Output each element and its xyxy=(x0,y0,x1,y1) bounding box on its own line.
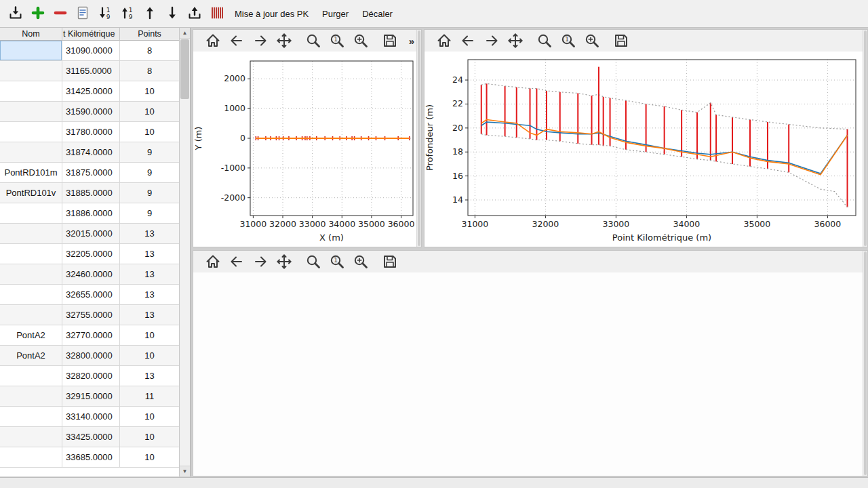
sort-desc-button[interactable]: 19 xyxy=(116,2,138,25)
cell-points[interactable]: 10 xyxy=(120,81,180,102)
plan-panel-scrollbar[interactable] xyxy=(416,30,421,247)
cell-nom[interactable]: PontRD101m xyxy=(0,163,62,183)
cell-points[interactable]: 10 xyxy=(120,447,180,468)
cell-pk[interactable]: 32755.0000 xyxy=(62,305,120,325)
scroll-up-icon[interactable]: ▲ xyxy=(180,28,190,39)
zoom-button[interactable] xyxy=(304,32,321,49)
cell-nom[interactable] xyxy=(0,244,62,264)
move-up-button[interactable] xyxy=(138,2,161,25)
cell-points[interactable]: 13 xyxy=(120,366,180,386)
cell-points[interactable]: 8 xyxy=(120,61,180,81)
home-button[interactable] xyxy=(435,32,452,49)
cell-pk[interactable]: 32800.0000 xyxy=(62,346,120,366)
cell-nom[interactable] xyxy=(0,427,62,447)
save-button[interactable] xyxy=(380,253,398,270)
cell-pk[interactable]: 31590.0000 xyxy=(62,102,120,122)
cell-nom[interactable]: PontRD101v xyxy=(0,183,62,203)
column-header-pk[interactable]: t Kilométrique xyxy=(62,28,120,41)
cell-points[interactable]: 11 xyxy=(120,386,180,407)
import-button[interactable] xyxy=(4,2,26,25)
cell-nom[interactable]: PontA2 xyxy=(0,325,62,346)
table-scrollbar[interactable]: ▲ ▼ xyxy=(179,28,190,476)
cell-pk[interactable]: 32915.0000 xyxy=(62,386,120,407)
cell-nom[interactable] xyxy=(0,224,62,244)
cell-pk[interactable]: 32770.0000 xyxy=(62,325,120,346)
pan-button[interactable] xyxy=(275,32,292,49)
toolbar-extension-button[interactable]: » xyxy=(409,35,414,47)
cell-nom[interactable] xyxy=(0,122,62,142)
cell-points[interactable]: 9 xyxy=(120,142,180,163)
cell-nom[interactable] xyxy=(0,102,62,122)
cell-pk[interactable]: 32460.0000 xyxy=(62,264,120,285)
cell-nom[interactable] xyxy=(0,386,62,407)
cell-nom[interactable] xyxy=(0,366,62,386)
cell-pk[interactable]: 31090.0000 xyxy=(62,41,120,61)
cell-pk[interactable]: 31874.0000 xyxy=(62,142,120,163)
cell-nom[interactable] xyxy=(0,305,62,325)
cell-points[interactable]: 9 xyxy=(120,183,180,203)
plan-chart[interactable]: 310003200033000340003500036000-2000-1000… xyxy=(193,52,417,247)
zoom-one-button[interactable]: 1 xyxy=(328,32,345,49)
home-button[interactable] xyxy=(203,253,221,270)
cell-nom[interactable] xyxy=(0,81,62,102)
shift-button[interactable]: Décaler xyxy=(355,2,399,25)
zoom-button[interactable] xyxy=(304,253,321,270)
cell-points[interactable]: 10 xyxy=(120,407,180,427)
back-button[interactable] xyxy=(227,253,245,270)
cell-points[interactable]: 13 xyxy=(120,305,180,325)
cell-points[interactable]: 9 xyxy=(120,163,180,183)
cell-pk[interactable]: 31885.0000 xyxy=(62,183,120,203)
back-button[interactable] xyxy=(458,32,476,49)
cell-points[interactable]: 10 xyxy=(120,325,180,346)
stripes-button[interactable] xyxy=(205,2,228,25)
section-panel-scrollbar[interactable] xyxy=(863,251,867,476)
cell-points[interactable]: 10 xyxy=(120,427,180,447)
back-button[interactable] xyxy=(227,32,245,49)
zoom-one-button[interactable]: 1 xyxy=(559,32,576,49)
zoom-all-button[interactable] xyxy=(351,32,369,49)
cell-points[interactable]: 13 xyxy=(120,244,180,264)
cell-pk[interactable]: 31875.0000 xyxy=(62,163,120,183)
cell-nom[interactable] xyxy=(0,203,62,224)
cell-pk[interactable]: 32820.0000 xyxy=(62,366,120,386)
cell-pk[interactable]: 31425.0000 xyxy=(62,81,120,102)
cell-points[interactable]: 10 xyxy=(120,102,180,122)
cell-points[interactable]: 10 xyxy=(120,346,180,366)
cell-nom[interactable] xyxy=(0,264,62,285)
cell-nom[interactable] xyxy=(0,447,62,468)
cell-pk[interactable]: 33685.0000 xyxy=(62,447,120,468)
column-header-points[interactable]: Points xyxy=(120,28,180,41)
cell-pk[interactable]: 31165.0000 xyxy=(62,61,120,81)
zoom-one-button[interactable]: 1 xyxy=(328,253,345,270)
update-pk-button[interactable]: Mise à jour des PK xyxy=(228,2,315,25)
cell-pk[interactable]: 32015.0000 xyxy=(62,224,120,244)
cell-nom[interactable]: PontA2 xyxy=(0,346,62,366)
cell-points[interactable]: 13 xyxy=(120,264,180,285)
forward-button[interactable] xyxy=(251,32,269,49)
forward-button[interactable] xyxy=(251,253,269,270)
edit-button[interactable] xyxy=(71,2,94,25)
cell-nom[interactable] xyxy=(0,407,62,427)
cell-nom[interactable] xyxy=(0,285,62,305)
remove-button[interactable] xyxy=(49,2,71,25)
purge-button[interactable]: Purger xyxy=(315,2,355,25)
cell-nom[interactable] xyxy=(0,142,62,163)
zoom-all-button[interactable] xyxy=(583,32,600,49)
cell-nom[interactable] xyxy=(0,61,62,81)
empty-plot-canvas[interactable] xyxy=(193,272,863,476)
cell-pk[interactable]: 33425.0000 xyxy=(62,427,120,447)
profile-chart[interactable]: 3100032000330003400035000360001416182022… xyxy=(425,52,863,247)
cell-points[interactable]: 13 xyxy=(120,285,180,305)
move-down-button[interactable] xyxy=(161,2,183,25)
zoom-button[interactable] xyxy=(535,32,553,49)
cell-points[interactable]: 13 xyxy=(120,224,180,244)
cell-points[interactable]: 9 xyxy=(120,203,180,224)
scroll-down-icon[interactable]: ▼ xyxy=(180,466,190,476)
column-header-nom[interactable]: Nom xyxy=(0,28,62,41)
add-button[interactable] xyxy=(26,2,49,25)
scrollbar-thumb[interactable] xyxy=(180,39,189,99)
save-button[interactable] xyxy=(380,32,398,49)
cell-pk[interactable]: 32655.0000 xyxy=(62,285,120,305)
cell-pk[interactable]: 33140.0000 xyxy=(62,407,120,427)
cell-pk[interactable]: 32205.0000 xyxy=(62,244,120,264)
